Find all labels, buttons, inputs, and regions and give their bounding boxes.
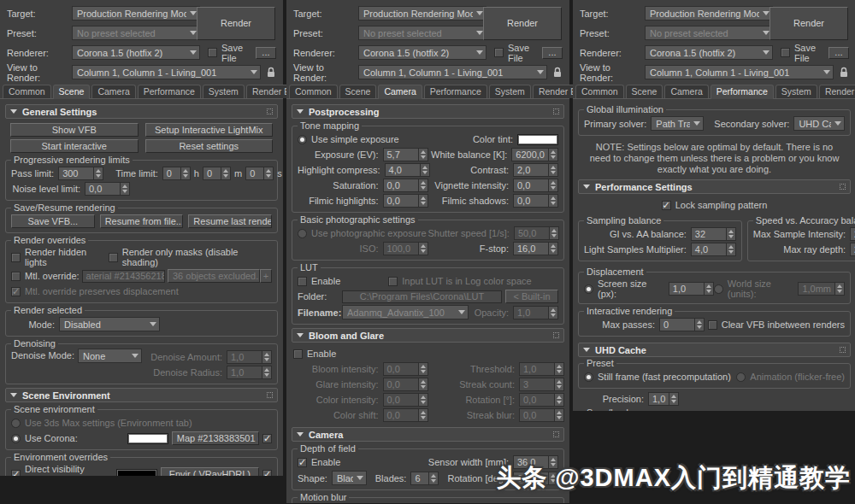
shutter-speed-spinner[interactable]: 50,0	[514, 226, 559, 240]
spinner-arrows-icon[interactable]	[549, 163, 558, 177]
filmic-highlights-spinner[interactable]: 0,0	[383, 194, 428, 208]
reset-settings-button[interactable]: Reset settings	[145, 139, 274, 153]
precision-spinner[interactable]: 1,0	[648, 392, 679, 406]
spinner-arrows-icon[interactable]	[549, 242, 558, 255]
vignette-intensity-spinner[interactable]: 0,0	[513, 179, 558, 192]
corona-env-map-checkbox[interactable]	[262, 434, 272, 443]
tab-camera[interactable]: Camera	[378, 85, 422, 99]
color-shift-spinner[interactable]: 0,0	[383, 408, 428, 422]
spinner-arrows-icon[interactable]	[727, 227, 736, 241]
resume-last-render-button[interactable]: Resume last render	[188, 214, 272, 228]
render-output-dots-button[interactable]: ...	[828, 47, 849, 59]
tab-performance[interactable]: Performance	[424, 85, 487, 98]
color-tint-swatch[interactable]	[517, 134, 558, 145]
threshold-spinner[interactable]: 1,0	[519, 362, 564, 376]
tab-scene[interactable]: Scene	[53, 85, 91, 99]
objects-excluded-button[interactable]: 36 objects excluded...	[168, 269, 260, 283]
denoise-radius-spinner[interactable]: 1,0	[227, 366, 272, 379]
spinner-arrows-icon[interactable]	[94, 167, 103, 180]
spinner-arrows-icon[interactable]	[555, 362, 564, 376]
tab-scene[interactable]: Scene	[626, 85, 663, 98]
direct-visibility-swatch[interactable]	[116, 469, 157, 477]
render-only-masks-checkbox[interactable]	[109, 253, 118, 262]
dof-enable-checkbox[interactable]	[298, 458, 307, 467]
iso-spinner[interactable]: 100,0	[383, 242, 428, 255]
spinner-arrows-icon[interactable]	[121, 182, 130, 196]
direct-visibility-checkbox[interactable]	[11, 470, 21, 477]
view-to-render-dropdown[interactable]: Column 1, Column 1 - Living_001	[358, 65, 547, 79]
pin-icon[interactable]	[553, 431, 559, 437]
rotation-spinner[interactable]: 0,0	[519, 393, 564, 407]
tab-common[interactable]: Common	[575, 85, 624, 98]
time-seconds-spinner[interactable]: 0	[245, 167, 274, 180]
use-photographic-radio[interactable]	[298, 229, 307, 238]
bloom-glare-rollout[interactable]: Bloom and Glare	[292, 328, 564, 343]
saturation-spinner[interactable]: 0,0	[383, 179, 428, 192]
preserve-displacement-checkbox[interactable]	[11, 287, 21, 296]
spinner-arrows-icon[interactable]	[727, 243, 736, 256]
max-passes-spinner[interactable]: 0	[659, 318, 705, 331]
denoise-amount-spinner[interactable]: 1,0	[227, 350, 272, 364]
spinner-arrows-icon[interactable]	[419, 242, 428, 255]
performance-settings-rollout[interactable]: Performance Settings	[578, 179, 851, 194]
preset-dropdown[interactable]: No preset selected	[72, 26, 200, 40]
lock-icon[interactable]	[266, 67, 276, 79]
pin-icon[interactable]	[840, 347, 846, 353]
renderer-dropdown[interactable]: Corona 1.5 (hotfix 2)	[645, 45, 773, 60]
exposure-spinner[interactable]: 5,7	[383, 148, 428, 161]
tab-system[interactable]: System	[203, 85, 245, 98]
spinner-arrows-icon[interactable]	[221, 167, 231, 180]
tab-common[interactable]: Common	[3, 85, 51, 98]
tab-common[interactable]: Common	[289, 85, 338, 98]
spinner-arrows-icon[interactable]	[549, 306, 558, 319]
camera-rollout[interactable]: Camera	[292, 427, 564, 442]
blades-spinner[interactable]: 6	[410, 472, 439, 485]
tab-render-elements[interactable]: Render Elements	[819, 85, 855, 98]
lut-folder-field[interactable]: C:\Program Files\Corona\LUT	[342, 290, 502, 303]
world-size-spinner[interactable]: 1,0mm	[798, 282, 845, 296]
tab-scene[interactable]: Scene	[339, 85, 377, 98]
start-interactive-button[interactable]: Start interactive	[10, 139, 139, 153]
render-button[interactable]: Render	[770, 7, 848, 40]
max-ray-depth-spinner[interactable]: 25	[850, 243, 855, 256]
spinner-arrows-icon[interactable]	[419, 148, 428, 161]
bloom-intensity-spinner[interactable]: 0,0	[383, 362, 428, 376]
spinner-arrows-icon[interactable]	[419, 408, 428, 422]
mtl-override-field[interactable]: aterial #2143562183 ( CoronaMtl	[82, 270, 165, 283]
still-frame-radio[interactable]	[584, 372, 593, 382]
world-size-radio[interactable]	[714, 284, 723, 294]
filmic-shadows-spinner[interactable]: 0,0	[513, 194, 558, 208]
lut-enable-checkbox[interactable]	[298, 277, 307, 286]
add-exclude-button[interactable]: +	[260, 269, 272, 283]
scene-environment-rollout[interactable]: Scene Environment	[5, 388, 278, 402]
render-output-dots-button[interactable]: ...	[542, 47, 563, 59]
tab-camera[interactable]: Camera	[91, 85, 135, 98]
pin-icon[interactable]	[267, 108, 273, 114]
spinner-arrows-icon[interactable]	[419, 362, 428, 376]
lock-sampling-checkbox[interactable]	[662, 201, 671, 210]
light-samples-spinner[interactable]: 4,0	[691, 243, 736, 256]
render-output-dots-button[interactable]: ...	[256, 47, 276, 59]
spinner-arrows-icon[interactable]	[419, 378, 428, 391]
highlight-compress-spinner[interactable]: 4,0	[385, 163, 430, 177]
bloom-enable-checkbox[interactable]	[293, 349, 303, 359]
streak-blur-spinner[interactable]: 0,0	[519, 408, 564, 422]
direct-visibility-map-button[interactable]: Envir ( VRayHDRI )	[161, 467, 259, 476]
denoise-mode-dropdown[interactable]: None	[78, 349, 142, 363]
noise-limit-spinner[interactable]: 0,0	[85, 182, 130, 196]
show-vfb-button[interactable]: Show VFB	[10, 123, 139, 137]
lock-icon[interactable]	[839, 67, 849, 79]
spinner-arrows-icon[interactable]	[419, 393, 428, 407]
spinner-arrows-icon[interactable]	[419, 179, 428, 192]
pass-limit-spinner[interactable]: 300	[58, 167, 103, 180]
glare-intensity-spinner[interactable]: 0,0	[383, 378, 428, 391]
direct-visibility-map-checkbox[interactable]	[262, 470, 272, 477]
postprocessing-rollout[interactable]: Postprocessing	[292, 104, 564, 119]
preset-dropdown[interactable]: No preset selected	[358, 26, 486, 40]
spinner-arrows-icon[interactable]	[419, 194, 428, 208]
contrast-spinner[interactable]: 2,0	[513, 163, 558, 177]
time-hours-spinner[interactable]: 0	[162, 167, 191, 180]
preset-dropdown[interactable]: No preset selected	[645, 26, 773, 40]
spinner-arrows-icon[interactable]	[549, 148, 558, 161]
pin-icon[interactable]	[553, 332, 559, 338]
